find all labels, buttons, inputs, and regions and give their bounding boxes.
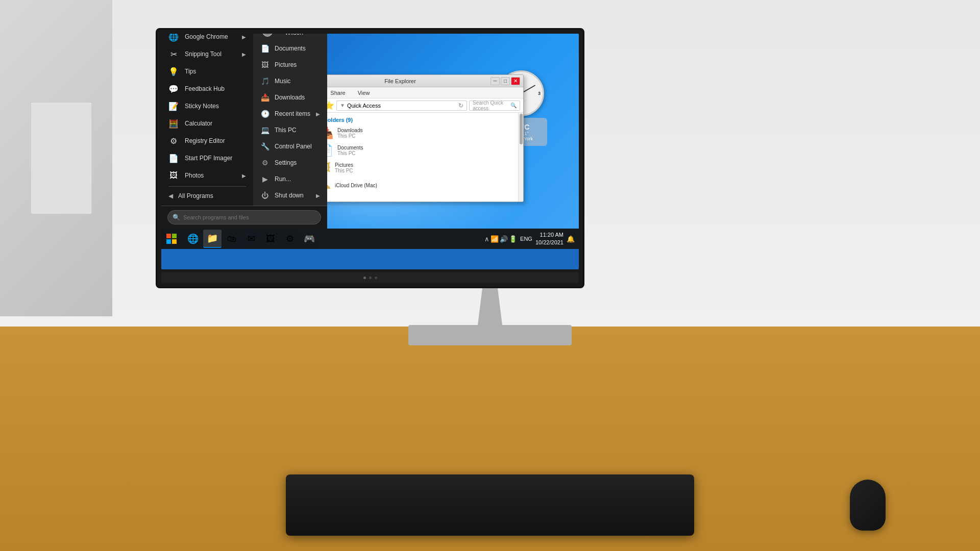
window-controls: ─ □ ✕ <box>491 77 520 85</box>
right-recent-icon: 🕐 <box>260 109 270 118</box>
file-explorer-window[interactable]: 📁 File Explorer ─ □ ✕ Home Share View ← … <box>297 74 524 202</box>
start-menu-right: 👩 Sofia Wycislik-Wilson 📄 Documents 🖼 Pi… <box>253 34 327 206</box>
start-right-music-label: Music <box>275 78 290 85</box>
maximize-button[interactable]: □ <box>501 77 510 85</box>
monitor-bottom-bar <box>161 272 579 283</box>
taskbar-edge-icon[interactable]: 🌐 <box>184 230 202 248</box>
snipping-tool-icon: ✂ <box>168 49 179 59</box>
start-menu-apps: 🎮 Xbox Game Bar 🌐 Google Chrome ▶ ✂ Snip… <box>161 34 327 206</box>
file-explorer-title: File Explorer <box>310 78 491 84</box>
start-item-pdf-label: Start PDF Imager <box>185 155 232 162</box>
ribbon-tab-view[interactable]: View <box>355 89 373 97</box>
folder-icloud[interactable]: ☁ iCloud Drive (Mac) <box>316 177 514 193</box>
start-item-all-programs[interactable]: ◀ All Programs <box>161 189 253 203</box>
taskbar-photos-icon[interactable]: 🖼 <box>261 230 280 248</box>
taskbar-explorer-icon[interactable]: 📁 <box>203 230 222 248</box>
photos-arrow-icon: ▶ <box>242 173 246 179</box>
start-item-photos[interactable]: 🖼 Photos ▶ <box>161 167 253 184</box>
folder-pictures[interactable]: 🖼 Pictures This PC <box>316 160 514 176</box>
start-item-all-programs-label: All Programs <box>178 192 213 199</box>
taskbar-clock[interactable]: 11:20 AM 10/22/2021 <box>535 231 564 247</box>
folder-downloads-name: Downloads <box>337 128 362 133</box>
right-music-icon: 🎵 <box>260 77 270 86</box>
start-item-pdf[interactable]: 📄 Start PDF Imager <box>161 149 253 167</box>
file-explorer-titlebar: 📁 File Explorer ─ □ ✕ <box>297 75 523 87</box>
desktop[interactable]: 12 3 6 9 🌤 18°C 19°/11° New York <box>161 34 579 249</box>
start-right-pictures[interactable]: 🖼 Pictures <box>253 57 327 73</box>
address-bar[interactable]: ▼ Quick Access ↻ <box>336 101 467 111</box>
right-settings-icon: ⚙ <box>260 158 270 167</box>
close-button[interactable]: ✕ <box>511 77 520 85</box>
search-bar[interactable]: Search Quick access 🔍 <box>469 101 520 111</box>
start-right-documents-label: Documents <box>275 45 306 52</box>
start-right-thispc-label: This PC <box>275 127 297 134</box>
start-item-chrome[interactable]: 🌐 Google Chrome ▶ <box>161 34 253 45</box>
address-refresh-button[interactable]: ↻ <box>458 102 463 109</box>
sticky-notes-icon: 📝 <box>168 101 179 111</box>
taskbar-xbox-icon[interactable]: 🎮 <box>300 230 318 248</box>
start-right-controlpanel[interactable]: 🔧 Control Panel <box>253 138 327 155</box>
folder-pictures-sub: This PC <box>335 168 353 173</box>
folders-section-header: ▼ Folders (9) <box>316 117 514 123</box>
start-right-downloads[interactable]: 📥 Downloads <box>253 89 327 106</box>
start-menu-divider <box>168 186 246 187</box>
start-menu[interactable]: 🎮 Xbox Game Bar 🌐 Google Chrome ▶ ✂ Snip… <box>161 34 327 229</box>
monitor-dot-1 <box>363 277 366 279</box>
folder-documents-name: Documents <box>337 145 363 151</box>
start-item-snipping[interactable]: ✂ Snipping Tool ▶ <box>161 45 253 63</box>
scrollbar-thumb[interactable] <box>520 114 523 144</box>
start-right-user-label: Sofia Wycislik-Wilson <box>285 34 320 36</box>
minimize-button[interactable]: ─ <box>491 77 500 85</box>
taskbar-settings-icon[interactable]: ⚙ <box>281 230 299 248</box>
start-right-thispc[interactable]: 💻 This PC <box>253 122 327 138</box>
battery-icon[interactable]: 🔋 <box>509 235 517 243</box>
mouse <box>850 480 886 531</box>
start-item-tips-label: Tips <box>185 68 196 75</box>
notification-center-button[interactable]: 🔔 <box>567 235 575 243</box>
start-right-music[interactable]: 🎵 Music <box>253 73 327 89</box>
folder-icloud-name: iCloud Drive (Mac) <box>335 183 377 188</box>
folder-documents-sub: This PC <box>337 151 363 156</box>
monitor-stand-base <box>408 325 572 345</box>
user-avatar: 👩 <box>260 34 275 37</box>
network-icon[interactable]: 📶 <box>491 235 499 243</box>
start-item-tips[interactable]: 💡 Tips <box>161 63 253 80</box>
start-item-feedback[interactable]: 💬 Feedback Hub <box>161 80 253 97</box>
start-item-calculator-label: Calculator <box>185 120 212 127</box>
start-right-shutdown[interactable]: ⏻ Shut down ▶ <box>253 187 327 204</box>
start-right-user[interactable]: 👩 Sofia Wycislik-Wilson <box>253 34 327 40</box>
folder-documents[interactable]: 📄 Documents This PC <box>316 142 514 159</box>
file-explorer-scrollbar[interactable] <box>518 113 523 202</box>
start-item-calculator[interactable]: 🧮 Calculator <box>161 115 253 132</box>
start-menu-search: 🔍 <box>161 206 327 229</box>
taskbar: 🌐 📁 🛍 ✉ 🖼 ⚙ 🎮 ∧ 📶 🔊 🔋 ENG <box>161 229 579 249</box>
clock-num-3: 3 <box>538 91 541 96</box>
folder-downloads[interactable]: 📥 Downloads This PC <box>316 125 514 141</box>
calculator-icon: 🧮 <box>168 118 179 129</box>
start-right-documents[interactable]: 📄 Documents <box>253 40 327 57</box>
start-right-settings-label: Settings <box>275 159 297 166</box>
start-item-snipping-label: Snipping Tool <box>185 51 222 58</box>
taskbar-system-tray: ∧ 📶 🔊 🔋 ENG 11:20 AM 10/22/2021 🔔 <box>484 231 579 247</box>
ribbon-tab-share[interactable]: Share <box>327 89 348 97</box>
start-item-photos-label: Photos <box>185 172 204 179</box>
taskbar-store-icon[interactable]: 🛍 <box>223 230 241 248</box>
keyboard <box>286 474 694 536</box>
show-hidden-icons-button[interactable]: ∧ <box>484 235 489 243</box>
chrome-arrow-icon: ▶ <box>242 34 246 40</box>
start-search-input[interactable] <box>167 210 321 224</box>
start-right-recent[interactable]: 🕐 Recent items ▶ <box>253 106 327 122</box>
start-item-registry[interactable]: ⚙ Registry Editor <box>161 132 253 149</box>
photos-menu-icon: 🖼 <box>168 170 179 181</box>
start-button[interactable] <box>161 229 182 249</box>
start-right-run[interactable]: ▶ Run... <box>253 171 327 187</box>
taskbar-mail-icon[interactable]: ✉ <box>242 230 260 248</box>
start-right-settings[interactable]: ⚙ Settings <box>253 155 327 171</box>
volume-icon[interactable]: 🔊 <box>500 235 508 243</box>
start-item-sticky[interactable]: 📝 Sticky Notes <box>161 97 253 115</box>
start-right-run-label: Run... <box>275 176 291 183</box>
right-pictures-icon: 🖼 <box>260 60 270 69</box>
monitor-dot-2 <box>369 277 372 279</box>
all-programs-arrow-icon: ◀ <box>168 192 173 199</box>
registry-editor-icon: ⚙ <box>168 136 179 146</box>
